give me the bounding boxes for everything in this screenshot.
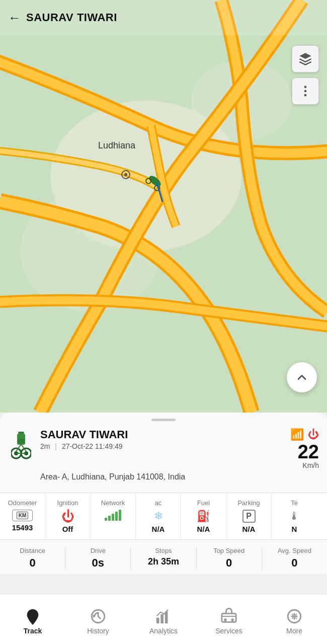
vehicle-meta: 2m | 27-Oct-22 11:49:49: [40, 442, 290, 450]
svg-point-32: [231, 618, 234, 621]
bottom-panel: SAURAV TIWARI 2m | 27-Oct-22 11:49:49 📶 …: [0, 413, 327, 575]
analytics-label: Analytics: [149, 627, 178, 635]
stat-temp: Te 🌡 N: [272, 493, 317, 539]
bar4: [115, 512, 118, 521]
history-icon: [90, 608, 107, 625]
parking-box-icon: P: [242, 510, 256, 523]
odometer-label: Odometer: [5, 499, 40, 507]
separator: |: [55, 442, 57, 450]
vehicle-icon: [8, 428, 34, 462]
nav-history[interactable]: History: [65, 594, 131, 644]
vehicle-name: SAURAV TIWARI: [40, 428, 290, 441]
map-title: SAURAV TIWARI: [26, 11, 117, 24]
chevron-up-icon: [295, 370, 309, 384]
back-button[interactable]: ←: [8, 11, 21, 24]
bar2: [108, 516, 111, 521]
nav-track[interactable]: Track: [0, 594, 65, 644]
odometer-value: 15493: [5, 523, 40, 532]
nav-analytics[interactable]: Analytics: [131, 594, 196, 644]
drive-value: 0s: [65, 556, 130, 570]
fuel-icon-row: ⛽: [186, 510, 221, 523]
parking-icon-row: P: [231, 510, 266, 523]
snowflake-icon: ❄: [154, 510, 163, 523]
distance-label: Distance: [0, 547, 65, 554]
more-label: More: [286, 627, 302, 635]
track-label: Track: [24, 627, 42, 635]
svg-point-31: [224, 618, 227, 621]
more-icon: [286, 608, 303, 625]
ac-icon-row: ❄: [141, 510, 176, 523]
motorcycle-icon: [11, 429, 31, 462]
vehicle-address: Area- A, Ludhiana, Punjab 141008, India: [0, 472, 327, 487]
ignition-off-icon: ⏻: [61, 510, 74, 523]
power-icon: ⏻: [308, 428, 319, 441]
summary-distance: Distance 0: [0, 547, 65, 570]
ignition-value: Off: [50, 525, 85, 533]
stat-ignition: Ignition ⏻ Off: [45, 493, 91, 539]
fuel-value: N/A: [186, 525, 221, 533]
odometer-box: KM: [12, 510, 33, 521]
map-controls: [292, 45, 319, 105]
avg-speed-value: 0: [262, 556, 327, 570]
more-vertical-icon: [298, 84, 312, 98]
summary-stops: Stops 2h 35m: [131, 547, 196, 570]
map-header: ← SAURAV TIWARI: [0, 0, 327, 35]
svg-rect-28: [160, 614, 164, 623]
layers-button[interactable]: [292, 45, 319, 72]
nav-services[interactable]: Services: [196, 594, 262, 644]
speed-icons: 📶 ⏻: [290, 428, 319, 441]
top-speed-value: 0: [197, 556, 262, 570]
stats-grid: Odometer KM 15493 Ignition ⏻ Off Network: [0, 493, 327, 540]
svg-point-5: [124, 173, 127, 176]
more-options-button[interactable]: [292, 77, 319, 105]
temp-icon: 🌡: [289, 510, 300, 523]
services-label: Services: [215, 627, 242, 635]
vehicle-details: SAURAV TIWARI 2m | 27-Oct-22 11:49:49: [40, 428, 290, 450]
wifi-icon: 📶: [290, 428, 304, 441]
odometer-icon-row: KM: [5, 510, 40, 521]
svg-rect-27: [156, 617, 159, 623]
summary-drive: Drive 0s: [65, 547, 131, 570]
stat-ac: ac ❄ N/A: [136, 493, 181, 539]
ac-value: N/A: [141, 525, 176, 533]
parking-label: Parking: [231, 499, 266, 507]
stat-parking: Parking P N/A: [226, 493, 272, 539]
network-icon-row: [96, 510, 130, 521]
svg-rect-14: [18, 432, 24, 434]
bottom-nav: Track History Analytics Services: [0, 594, 327, 644]
stat-network: Network: [91, 493, 136, 539]
stops-label: Stops: [131, 547, 196, 554]
speed-value: 22: [290, 442, 319, 461]
svg-point-16: [17, 439, 25, 444]
top-speed-label: Top Speed: [197, 547, 262, 554]
scroll-up-button[interactable]: [287, 362, 317, 392]
ac-label: ac: [141, 499, 176, 507]
time-ago: 2m: [40, 442, 50, 450]
temp-value: N: [277, 525, 312, 533]
fuel-pump-icon: ⛽: [197, 510, 210, 523]
map-container: Ludhiana ← SAURAV TIWARI: [0, 0, 327, 413]
services-icon: [220, 608, 237, 625]
summary-top-speed: Top Speed 0: [197, 547, 262, 570]
fuel-label: Fuel: [186, 499, 221, 507]
drive-label: Drive: [65, 547, 130, 554]
signal-bars-icon: [105, 510, 121, 521]
stat-fuel: Fuel ⛽ N/A: [181, 493, 226, 539]
history-label: History: [87, 627, 109, 635]
nav-more[interactable]: More: [262, 594, 327, 644]
km-label: KM: [17, 512, 29, 519]
svg-point-12: [304, 90, 307, 93]
ignition-icon-row: ⏻: [50, 510, 85, 523]
svg-point-13: [304, 94, 307, 97]
bar5: [119, 510, 121, 521]
vehicle-info: SAURAV TIWARI 2m | 27-Oct-22 11:49:49 📶 …: [0, 428, 327, 469]
track-icon: [24, 608, 41, 625]
drag-handle: [151, 419, 176, 421]
temp-icon-row: 🌡: [277, 510, 312, 523]
stat-odometer: Odometer KM 15493: [0, 493, 45, 539]
network-label: Network: [96, 499, 130, 507]
temp-label: Te: [277, 499, 312, 507]
svg-point-25: [31, 613, 34, 616]
distance-value: 0: [0, 556, 65, 570]
speed-unit: Km/h: [290, 461, 319, 469]
